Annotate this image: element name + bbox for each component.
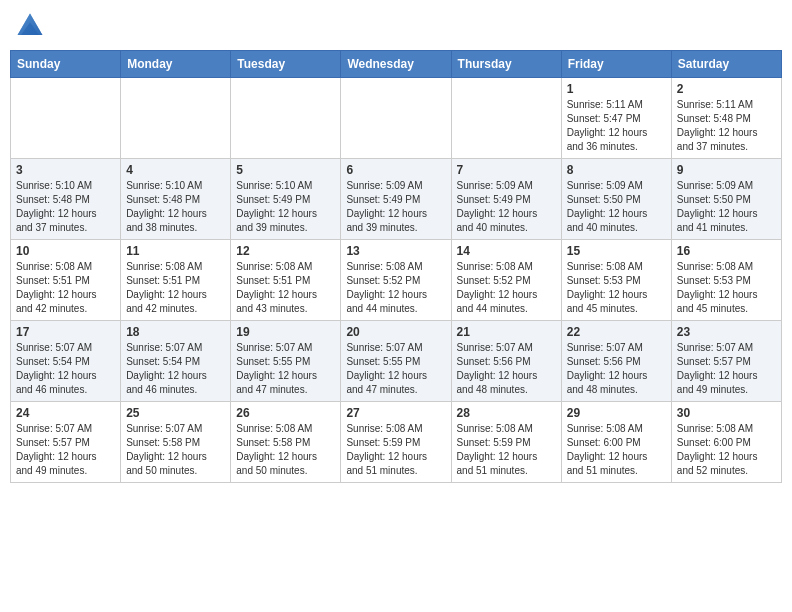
day-number: 1 <box>567 82 666 96</box>
calendar-cell-0-1 <box>121 78 231 159</box>
day-number: 25 <box>126 406 225 420</box>
calendar-cell-0-2 <box>231 78 341 159</box>
day-info: Sunrise: 5:07 AM Sunset: 5:56 PM Dayligh… <box>567 341 666 397</box>
day-info: Sunrise: 5:09 AM Sunset: 5:50 PM Dayligh… <box>677 179 776 235</box>
day-number: 12 <box>236 244 335 258</box>
logo <box>14 10 50 42</box>
weekday-header-thursday: Thursday <box>451 51 561 78</box>
calendar-cell-4-2: 26Sunrise: 5:08 AM Sunset: 5:58 PM Dayli… <box>231 402 341 483</box>
day-number: 28 <box>457 406 556 420</box>
day-number: 11 <box>126 244 225 258</box>
day-info: Sunrise: 5:07 AM Sunset: 5:57 PM Dayligh… <box>16 422 115 478</box>
logo-icon <box>14 10 46 42</box>
day-number: 14 <box>457 244 556 258</box>
calendar-cell-1-5: 8Sunrise: 5:09 AM Sunset: 5:50 PM Daylig… <box>561 159 671 240</box>
day-info: Sunrise: 5:11 AM Sunset: 5:47 PM Dayligh… <box>567 98 666 154</box>
day-number: 17 <box>16 325 115 339</box>
day-number: 19 <box>236 325 335 339</box>
day-number: 23 <box>677 325 776 339</box>
calendar-cell-1-1: 4Sunrise: 5:10 AM Sunset: 5:48 PM Daylig… <box>121 159 231 240</box>
weekday-header-row: SundayMondayTuesdayWednesdayThursdayFrid… <box>11 51 782 78</box>
day-info: Sunrise: 5:07 AM Sunset: 5:57 PM Dayligh… <box>677 341 776 397</box>
calendar-cell-1-2: 5Sunrise: 5:10 AM Sunset: 5:49 PM Daylig… <box>231 159 341 240</box>
calendar-cell-1-3: 6Sunrise: 5:09 AM Sunset: 5:49 PM Daylig… <box>341 159 451 240</box>
calendar-cell-4-0: 24Sunrise: 5:07 AM Sunset: 5:57 PM Dayli… <box>11 402 121 483</box>
day-number: 2 <box>677 82 776 96</box>
calendar-cell-3-6: 23Sunrise: 5:07 AM Sunset: 5:57 PM Dayli… <box>671 321 781 402</box>
day-number: 27 <box>346 406 445 420</box>
day-info: Sunrise: 5:08 AM Sunset: 5:52 PM Dayligh… <box>457 260 556 316</box>
day-number: 18 <box>126 325 225 339</box>
day-number: 13 <box>346 244 445 258</box>
weekday-header-monday: Monday <box>121 51 231 78</box>
day-info: Sunrise: 5:10 AM Sunset: 5:48 PM Dayligh… <box>16 179 115 235</box>
calendar-cell-2-3: 13Sunrise: 5:08 AM Sunset: 5:52 PM Dayli… <box>341 240 451 321</box>
day-number: 9 <box>677 163 776 177</box>
week-row-5: 24Sunrise: 5:07 AM Sunset: 5:57 PM Dayli… <box>11 402 782 483</box>
day-number: 3 <box>16 163 115 177</box>
day-info: Sunrise: 5:08 AM Sunset: 5:51 PM Dayligh… <box>16 260 115 316</box>
day-number: 7 <box>457 163 556 177</box>
day-info: Sunrise: 5:08 AM Sunset: 6:00 PM Dayligh… <box>677 422 776 478</box>
calendar-cell-2-2: 12Sunrise: 5:08 AM Sunset: 5:51 PM Dayli… <box>231 240 341 321</box>
day-info: Sunrise: 5:09 AM Sunset: 5:49 PM Dayligh… <box>457 179 556 235</box>
day-info: Sunrise: 5:11 AM Sunset: 5:48 PM Dayligh… <box>677 98 776 154</box>
page-header <box>10 10 782 42</box>
day-number: 24 <box>16 406 115 420</box>
day-info: Sunrise: 5:08 AM Sunset: 5:51 PM Dayligh… <box>236 260 335 316</box>
calendar-cell-4-1: 25Sunrise: 5:07 AM Sunset: 5:58 PM Dayli… <box>121 402 231 483</box>
calendar-cell-4-5: 29Sunrise: 5:08 AM Sunset: 6:00 PM Dayli… <box>561 402 671 483</box>
calendar-cell-3-0: 17Sunrise: 5:07 AM Sunset: 5:54 PM Dayli… <box>11 321 121 402</box>
calendar-cell-2-4: 14Sunrise: 5:08 AM Sunset: 5:52 PM Dayli… <box>451 240 561 321</box>
day-info: Sunrise: 5:09 AM Sunset: 5:49 PM Dayligh… <box>346 179 445 235</box>
week-row-4: 17Sunrise: 5:07 AM Sunset: 5:54 PM Dayli… <box>11 321 782 402</box>
day-info: Sunrise: 5:08 AM Sunset: 5:53 PM Dayligh… <box>677 260 776 316</box>
day-info: Sunrise: 5:08 AM Sunset: 5:51 PM Dayligh… <box>126 260 225 316</box>
day-info: Sunrise: 5:08 AM Sunset: 5:53 PM Dayligh… <box>567 260 666 316</box>
day-number: 6 <box>346 163 445 177</box>
day-info: Sunrise: 5:07 AM Sunset: 5:55 PM Dayligh… <box>236 341 335 397</box>
day-number: 5 <box>236 163 335 177</box>
weekday-header-tuesday: Tuesday <box>231 51 341 78</box>
day-number: 8 <box>567 163 666 177</box>
day-number: 15 <box>567 244 666 258</box>
calendar-cell-0-4 <box>451 78 561 159</box>
calendar-table: SundayMondayTuesdayWednesdayThursdayFrid… <box>10 50 782 483</box>
calendar-cell-0-6: 2Sunrise: 5:11 AM Sunset: 5:48 PM Daylig… <box>671 78 781 159</box>
calendar-cell-3-1: 18Sunrise: 5:07 AM Sunset: 5:54 PM Dayli… <box>121 321 231 402</box>
day-info: Sunrise: 5:07 AM Sunset: 5:54 PM Dayligh… <box>126 341 225 397</box>
calendar-cell-2-5: 15Sunrise: 5:08 AM Sunset: 5:53 PM Dayli… <box>561 240 671 321</box>
day-info: Sunrise: 5:07 AM Sunset: 5:54 PM Dayligh… <box>16 341 115 397</box>
calendar-cell-0-5: 1Sunrise: 5:11 AM Sunset: 5:47 PM Daylig… <box>561 78 671 159</box>
day-info: Sunrise: 5:10 AM Sunset: 5:48 PM Dayligh… <box>126 179 225 235</box>
calendar-cell-0-3 <box>341 78 451 159</box>
day-info: Sunrise: 5:10 AM Sunset: 5:49 PM Dayligh… <box>236 179 335 235</box>
day-info: Sunrise: 5:07 AM Sunset: 5:55 PM Dayligh… <box>346 341 445 397</box>
day-number: 26 <box>236 406 335 420</box>
day-info: Sunrise: 5:08 AM Sunset: 5:59 PM Dayligh… <box>346 422 445 478</box>
calendar-cell-1-4: 7Sunrise: 5:09 AM Sunset: 5:49 PM Daylig… <box>451 159 561 240</box>
day-info: Sunrise: 5:08 AM Sunset: 5:52 PM Dayligh… <box>346 260 445 316</box>
weekday-header-wednesday: Wednesday <box>341 51 451 78</box>
calendar-cell-1-0: 3Sunrise: 5:10 AM Sunset: 5:48 PM Daylig… <box>11 159 121 240</box>
calendar-cell-4-4: 28Sunrise: 5:08 AM Sunset: 5:59 PM Dayli… <box>451 402 561 483</box>
day-number: 4 <box>126 163 225 177</box>
calendar-cell-3-4: 21Sunrise: 5:07 AM Sunset: 5:56 PM Dayli… <box>451 321 561 402</box>
calendar-cell-2-1: 11Sunrise: 5:08 AM Sunset: 5:51 PM Dayli… <box>121 240 231 321</box>
day-number: 10 <box>16 244 115 258</box>
day-info: Sunrise: 5:08 AM Sunset: 5:58 PM Dayligh… <box>236 422 335 478</box>
day-number: 16 <box>677 244 776 258</box>
calendar-cell-3-3: 20Sunrise: 5:07 AM Sunset: 5:55 PM Dayli… <box>341 321 451 402</box>
calendar-cell-0-0 <box>11 78 121 159</box>
weekday-header-friday: Friday <box>561 51 671 78</box>
calendar-cell-4-6: 30Sunrise: 5:08 AM Sunset: 6:00 PM Dayli… <box>671 402 781 483</box>
calendar-cell-1-6: 9Sunrise: 5:09 AM Sunset: 5:50 PM Daylig… <box>671 159 781 240</box>
calendar-cell-2-0: 10Sunrise: 5:08 AM Sunset: 5:51 PM Dayli… <box>11 240 121 321</box>
day-number: 20 <box>346 325 445 339</box>
week-row-2: 3Sunrise: 5:10 AM Sunset: 5:48 PM Daylig… <box>11 159 782 240</box>
day-number: 29 <box>567 406 666 420</box>
day-info: Sunrise: 5:09 AM Sunset: 5:50 PM Dayligh… <box>567 179 666 235</box>
day-number: 30 <box>677 406 776 420</box>
week-row-1: 1Sunrise: 5:11 AM Sunset: 5:47 PM Daylig… <box>11 78 782 159</box>
day-info: Sunrise: 5:07 AM Sunset: 5:56 PM Dayligh… <box>457 341 556 397</box>
